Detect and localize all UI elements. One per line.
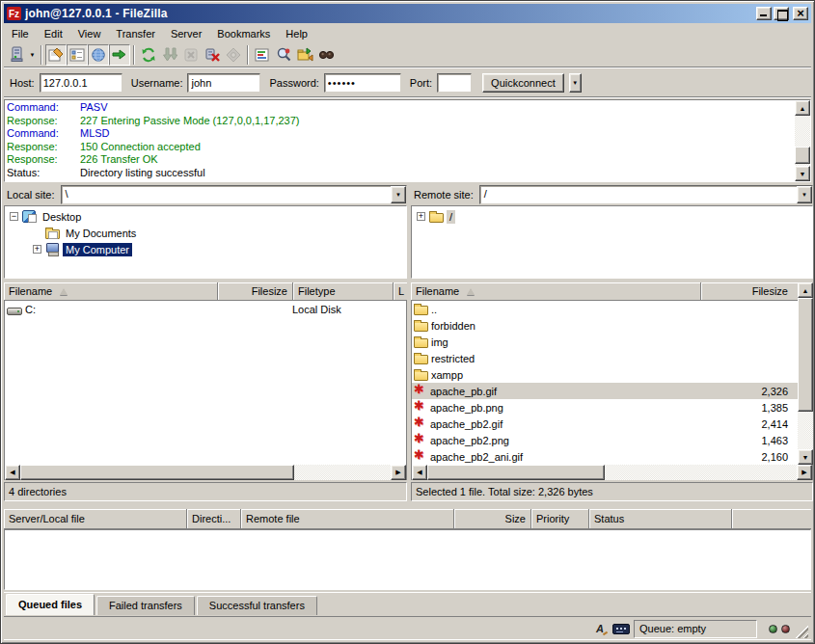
scroll-left-icon[interactable]: ◀ <box>5 465 20 480</box>
local-site-value: \ <box>62 186 391 203</box>
host-input[interactable] <box>40 73 122 93</box>
collapse-icon[interactable] <box>10 212 18 221</box>
column-header-filesize[interactable]: Filesize <box>701 282 798 301</box>
remote-file-row[interactable]: .. <box>412 301 798 317</box>
remote-vertical-scrollbar[interactable]: ▲ ▼ <box>798 282 813 465</box>
log-scrollbar[interactable]: ▲ ▼ <box>795 100 810 181</box>
tree-item-desktop[interactable]: Desktop <box>5 208 406 225</box>
scroll-right-icon[interactable]: ▶ <box>391 465 406 480</box>
remote-file-row[interactable]: img <box>412 334 798 350</box>
cancel-icon[interactable] <box>180 44 202 66</box>
queue-tab[interactable]: Failed transfers <box>96 596 195 615</box>
remote-file-row[interactable]: apache_pb.png 1,385 <box>412 399 798 416</box>
scroll-up-icon[interactable]: ▲ <box>798 282 813 298</box>
port-input[interactable] <box>437 73 472 93</box>
quickconnect-dropdown-icon[interactable]: ▼ <box>569 73 582 93</box>
menu-item[interactable]: Transfer <box>108 26 163 41</box>
scroll-track[interactable] <box>795 116 810 166</box>
minimize-button[interactable] <box>756 7 772 20</box>
menu-item[interactable]: View <box>70 26 109 41</box>
scroll-thumb[interactable] <box>795 147 810 164</box>
disconnect-icon[interactable] <box>202 44 223 66</box>
toggle-message-log-icon[interactable] <box>45 44 67 66</box>
directory-comparison-icon[interactable] <box>273 44 294 66</box>
log-line-text: PASV <box>80 101 108 113</box>
username-input[interactable] <box>187 73 260 93</box>
tree-item-label: My Computer <box>63 243 132 256</box>
close-button[interactable] <box>793 7 808 20</box>
remote-file-row[interactable]: restricted <box>412 350 798 366</box>
column-header-size[interactable]: Size <box>454 509 531 529</box>
scroll-up-icon[interactable]: ▲ <box>795 100 810 116</box>
quickconnect-button[interactable]: Quickconnect <box>482 73 564 93</box>
expand-icon[interactable] <box>417 212 425 221</box>
tree-item-my-computer[interactable]: My Computer <box>5 241 406 257</box>
refresh-icon[interactable] <box>138 44 159 66</box>
local-horizontal-scrollbar[interactable]: ◀ ▶ <box>4 465 407 480</box>
toggle-remote-tree-icon[interactable] <box>88 44 109 66</box>
remote-file-row[interactable]: apache_pb2_ani.gif 2,160 <box>412 448 798 465</box>
resize-grip[interactable] <box>794 624 808 638</box>
process-queue-icon[interactable] <box>159 44 180 66</box>
combo-dropdown-icon[interactable]: ▼ <box>797 186 812 203</box>
remote-file-row[interactable]: apache_pb.gif 2,326 <box>412 383 798 399</box>
column-header-filename[interactable]: Filename <box>4 282 218 301</box>
queue-list[interactable] <box>4 529 811 590</box>
column-header-server-local-file[interactable]: Server/Local file <box>4 509 187 529</box>
scroll-down-icon[interactable]: ▼ <box>798 449 813 465</box>
synchronized-browsing-icon[interactable] <box>294 44 315 66</box>
remote-horizontal-scrollbar[interactable]: ◀ ▶ <box>411 465 813 480</box>
password-input[interactable] <box>324 73 401 93</box>
column-header-filename[interactable]: Filename <box>411 282 701 301</box>
column-header-lastmodified[interactable]: L <box>394 282 407 301</box>
filter-icon[interactable] <box>252 44 273 66</box>
scroll-down-icon[interactable]: ▼ <box>795 166 810 181</box>
scroll-track[interactable] <box>20 465 391 480</box>
expand-icon[interactable] <box>33 245 41 254</box>
queue-tab[interactable]: Queued files <box>6 594 95 615</box>
combo-dropdown-icon[interactable]: ▼ <box>391 186 406 203</box>
toggle-local-tree-icon[interactable] <box>67 44 88 66</box>
scroll-track[interactable] <box>798 298 813 449</box>
scroll-right-icon[interactable]: ▶ <box>797 465 812 480</box>
scroll-thumb[interactable] <box>427 465 605 480</box>
toggle-transfer-queue-icon[interactable] <box>109 44 130 66</box>
site-manager-icon[interactable] <box>6 44 27 66</box>
find-files-icon[interactable] <box>315 44 337 66</box>
file-name: img <box>431 336 701 348</box>
remote-file-row[interactable]: apache_pb2.gif 2,414 <box>412 416 798 432</box>
menu-item[interactable]: Edit <box>37 26 70 41</box>
reconnect-icon[interactable] <box>223 44 244 66</box>
local-site-combo[interactable]: \ ▼ <box>61 185 407 204</box>
menu-item[interactable]: Help <box>278 26 315 41</box>
scroll-thumb[interactable] <box>20 465 294 480</box>
quickconnect-bar: Host: Username: Password: Port: Quickcon… <box>4 68 811 97</box>
menu-item[interactable]: File <box>4 26 37 41</box>
menu-item[interactable]: Bookmarks <box>209 26 278 41</box>
local-file-row[interactable]: C: Local Disk <box>5 301 406 317</box>
scroll-track[interactable] <box>427 465 797 480</box>
column-header-filetype[interactable]: Filetype <box>293 282 394 301</box>
menu-item[interactable]: Server <box>163 26 209 41</box>
scroll-left-icon[interactable]: ◀ <box>412 465 427 480</box>
queue-status-text: Queue: empty <box>634 620 757 638</box>
remote-file-row[interactable]: apache_pb2.png 1,463 <box>412 432 798 448</box>
queue-tab[interactable]: Successful transfers <box>197 596 317 615</box>
my-documents-icon <box>45 229 60 239</box>
site-manager-dropdown-icon[interactable]: ▼ <box>27 44 38 66</box>
maximize-button[interactable] <box>774 7 789 20</box>
speed-limits-indicator-icon[interactable] <box>612 621 630 636</box>
scroll-thumb[interactable] <box>798 298 813 412</box>
column-header-direction[interactable]: Directi... <box>187 509 241 529</box>
remote-file-row[interactable]: xampp <box>412 366 798 383</box>
remote-site-combo[interactable]: / ▼ <box>479 185 813 204</box>
remote-file-row[interactable]: forbidden <box>412 317 798 334</box>
transfer-type-indicator-icon[interactable]: A <box>591 621 609 636</box>
column-header-status[interactable]: Status <box>589 509 732 529</box>
column-header-remote-file[interactable]: Remote file <box>241 509 454 529</box>
tree-item-my-documents[interactable]: My Documents <box>5 225 406 241</box>
tree-item-root[interactable]: / <box>412 208 812 225</box>
file-icon <box>414 417 427 430</box>
column-header-priority[interactable]: Priority <box>531 509 589 529</box>
column-header-filesize[interactable]: Filesize <box>218 282 293 301</box>
